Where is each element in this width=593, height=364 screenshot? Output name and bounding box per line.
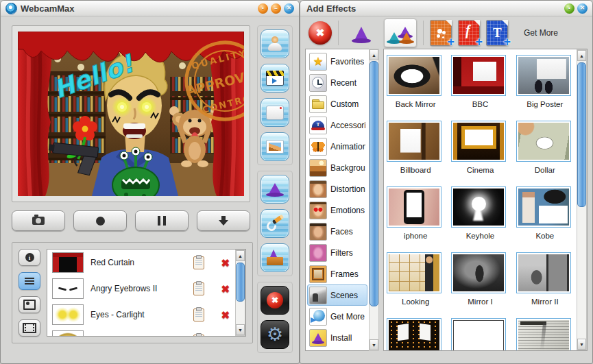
thumbnail-view-button[interactable]	[19, 296, 40, 313]
toybox-button[interactable]	[261, 243, 289, 272]
effect-tile[interactable]: Kobe	[516, 186, 574, 241]
clipboard-icon[interactable]	[193, 282, 204, 295]
grid-scrollbar[interactable]: ▲ ▼	[577, 49, 587, 350]
scroll-down-icon[interactable]: ▼	[236, 324, 245, 335]
close-button[interactable]: ✕	[577, 3, 588, 14]
titlebar[interactable]: WebcamMax • – ✕	[1, 1, 299, 16]
settings-button[interactable]	[261, 320, 289, 349]
category-scenes[interactable]: Scenes	[307, 284, 367, 306]
list-item[interactable]: Red Curtain	[47, 250, 234, 276]
save-button[interactable]	[197, 210, 250, 231]
effect-tile[interactable]: Mirror I	[451, 252, 509, 307]
titlebar[interactable]: Add Effects • ✕	[300, 1, 592, 16]
effect-tile[interactable]: Keyhole	[451, 186, 509, 241]
category-emotions[interactable]: Emotions	[307, 199, 367, 221]
scrollbar-thumb[interactable]	[577, 62, 586, 207]
record-button[interactable]	[73, 210, 127, 231]
effect-tile[interactable]	[516, 318, 574, 350]
effect-thumbnail	[52, 278, 84, 299]
category-favorites[interactable]: Favorites	[307, 51, 367, 72]
effect-tile[interactable]: Big Poster	[516, 55, 574, 110]
window-icon	[266, 106, 284, 120]
remove-effect-icon[interactable]	[221, 258, 230, 268]
effect-tile[interactable]	[387, 318, 444, 350]
doodle-button[interactable]	[261, 209, 289, 238]
stop-all-effects-button[interactable]	[261, 286, 289, 315]
remove-effect-icon[interactable]	[221, 310, 230, 320]
effect-tile[interactable]: Billboard	[387, 121, 444, 175]
add-flash-button[interactable]	[458, 20, 480, 46]
effect-tile[interactable]: Cinema	[451, 121, 509, 175]
effect-tile[interactable]: Mirror II	[516, 252, 574, 307]
apply-button[interactable]: •	[564, 3, 574, 14]
effect-tile[interactable]: Looking	[387, 252, 444, 307]
category-animations[interactable]: Animations	[307, 136, 367, 157]
person-icon	[267, 36, 282, 51]
category-recent[interactable]: Recent	[307, 72, 367, 93]
add-text-button[interactable]	[486, 20, 508, 46]
webcam-source-button[interactable]	[261, 29, 289, 58]
effect-thumbnail	[389, 254, 439, 291]
list-item[interactable]: Eyes - Carlight	[47, 302, 234, 328]
list-item[interactable]: Hair - Cool	[47, 328, 234, 337]
effect-thumbnail	[518, 254, 569, 291]
scrollbar-thumb[interactable]	[370, 61, 378, 306]
remove-effects-button[interactable]	[308, 21, 332, 45]
clipboard-icon[interactable]	[193, 335, 204, 337]
category-get-more[interactable]: Get More	[307, 306, 367, 327]
camera-icon	[32, 217, 45, 225]
category-filters[interactable]: Filters	[307, 242, 367, 263]
film-view-button[interactable]	[19, 319, 40, 337]
category-install[interactable]: Install	[307, 327, 367, 348]
scrollbar-thumb[interactable]	[236, 263, 245, 302]
effect-tile[interactable]: iphone	[387, 186, 444, 241]
remove-effect-icon[interactable]	[221, 284, 230, 294]
remove-effect-icon[interactable]	[221, 336, 230, 337]
effects-button[interactable]	[261, 175, 289, 204]
window-capture-button[interactable]	[261, 98, 289, 127]
toybox-icon	[266, 250, 284, 265]
clipboard-icon[interactable]	[193, 256, 204, 269]
snapshot-button[interactable]	[12, 210, 65, 231]
picture-in-picture-button[interactable]	[261, 132, 289, 161]
wizard-hat-icon	[266, 182, 284, 197]
emotion-face-icon	[309, 202, 327, 219]
scroll-up-icon[interactable]: ▲	[577, 50, 586, 61]
record-icon	[96, 217, 105, 226]
info-button[interactable]	[19, 249, 40, 266]
effects-list-scrollbar[interactable]: ▲ ▼	[235, 250, 245, 336]
effect-tile[interactable]	[451, 318, 509, 350]
scroll-up-icon[interactable]: ▲	[370, 49, 378, 60]
folder-icon	[309, 95, 327, 113]
video-clip-button[interactable]	[261, 64, 289, 93]
list-view-button[interactable]	[19, 272, 40, 289]
multi-effect-tab[interactable]	[384, 19, 417, 47]
applied-effects-list: Red Curtain Angry Eyebrows II Eyes - Car…	[47, 249, 246, 337]
scroll-up-icon[interactable]: ▲	[236, 250, 245, 261]
minimize-button[interactable]: –	[271, 3, 281, 14]
category-distortions[interactable]: Distortions	[307, 178, 367, 199]
star-icon	[309, 53, 327, 71]
clipboard-icon[interactable]	[193, 308, 204, 321]
theme-button[interactable]: •	[258, 3, 268, 14]
effect-tile[interactable]: Back Mirror	[387, 55, 444, 110]
effect-tile[interactable]: Dollar	[516, 121, 574, 175]
red-x-icon	[267, 292, 283, 308]
category-custom[interactable]: Custom	[307, 93, 367, 114]
list-item[interactable]: Angry Eyebrows II	[47, 276, 234, 302]
pause-icon	[158, 216, 166, 226]
close-button[interactable]: ✕	[284, 3, 294, 14]
category-frames[interactable]: Frames	[307, 263, 367, 284]
effect-thumbnail	[453, 189, 504, 226]
category-accessories[interactable]: Accessories	[307, 114, 367, 136]
scroll-down-icon[interactable]: ▼	[577, 339, 586, 350]
single-effect-tab[interactable]	[345, 19, 378, 47]
effect-tile[interactable]: BBC	[451, 55, 509, 110]
pause-button[interactable]	[135, 210, 189, 231]
scroll-down-icon[interactable]: ▼	[370, 339, 378, 350]
category-scrollbar[interactable]: ▲ ▼	[369, 49, 379, 351]
category-backgrounds[interactable]: Backgrounds	[307, 157, 367, 178]
add-picture-button[interactable]	[430, 20, 452, 46]
category-faces[interactable]: Faces	[307, 221, 367, 242]
globe-icon	[309, 308, 327, 326]
